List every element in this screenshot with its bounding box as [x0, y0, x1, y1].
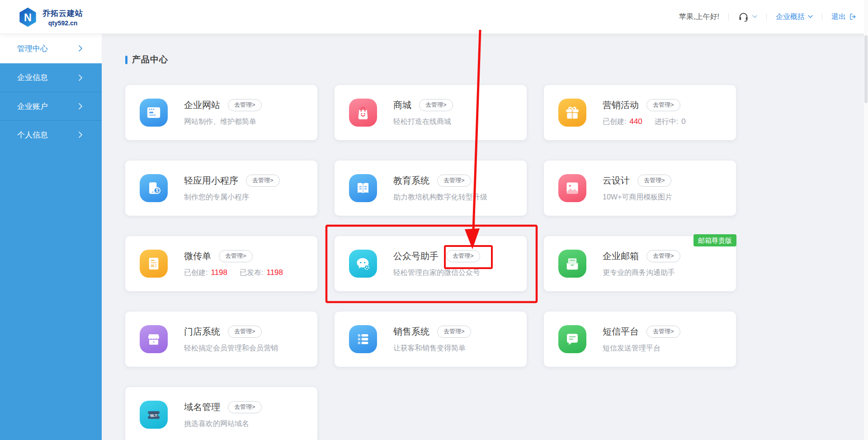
brand-name: 乔拓云建站 [42, 8, 83, 19]
design-icon [558, 174, 586, 202]
manage-button-flyer[interactable]: 去管理> [219, 250, 253, 262]
brand-logo[interactable]: N 乔拓云建站 qty592.cn [17, 6, 83, 28]
product-title: 短信平台 [603, 326, 639, 338]
chevron-down-icon [808, 15, 813, 19]
product-card-wechat-assistant[interactable]: 公众号助手去管理>轻松管理自家的微信公众号 [335, 236, 527, 291]
product-desc: 挑选喜欢的网站域名 [184, 419, 262, 429]
divider [728, 13, 729, 21]
manage-button-education[interactable]: 去管理> [437, 175, 471, 187]
product-card-store[interactable]: 门店系统去管理>轻松搞定会员管理和会员营销 [125, 312, 317, 367]
manage-button-sales[interactable]: 去管理> [437, 326, 471, 338]
product-card-flyer[interactable]: 微传单去管理>已创建:1198已发布:1198 [125, 236, 317, 291]
logout-label: 退出 [831, 12, 846, 22]
manage-button-mall[interactable]: 去管理> [419, 99, 453, 111]
manage-button-wechat-assistant[interactable]: 去管理> [446, 250, 480, 262]
flyer-icon [140, 250, 168, 278]
header: N 乔拓云建站 qty592.cn 苹果,上午好! [0, 0, 868, 33]
product-desc: 短信发送管理平台 [603, 344, 680, 353]
sidebar-item-enterprise-account[interactable]: 企业账户 [0, 92, 102, 120]
product-card-design[interactable]: 云设计去管理>10W+可商用模板图片 [544, 161, 736, 216]
headset-icon [738, 11, 749, 23]
product-title: 门店系统 [184, 326, 220, 338]
main-content: 产品中心 企业网站去管理>网站制作、维护都简单商城去管理>轻松打造在线商城营销活… [102, 33, 868, 440]
product-title: 轻应用小程序 [184, 175, 238, 187]
product-card-mall[interactable]: 商城去管理>轻松打造在线商城 [335, 85, 527, 140]
brand-logo-icon: N [17, 6, 38, 28]
website-icon [140, 99, 168, 127]
product-title: 域名管理 [184, 401, 220, 413]
product-card-domain[interactable]: w.=域名管理去管理>挑选喜欢的网站域名 [125, 387, 317, 440]
manage-button-store[interactable]: 去管理> [228, 326, 262, 338]
chevron-right-icon [78, 103, 83, 109]
sidebar-item-enterprise-info[interactable]: 企业信息 [0, 63, 102, 92]
brand-domain: qty592.cn [42, 19, 83, 27]
product-desc: 助力教培机构数字化转型升级 [393, 193, 487, 202]
store-icon [140, 325, 168, 353]
product-card-sales[interactable]: 销售系统去管理>让获客和销售变得简单 [335, 312, 527, 367]
manage-button-marketing[interactable]: 去管理> [646, 99, 680, 111]
logout-button[interactable]: 退出 [831, 12, 857, 22]
divider [766, 13, 767, 21]
product-card-education[interactable]: 教育系统去管理>助力教培机构数字化转型升级 [335, 161, 527, 216]
chevron-right-icon [78, 132, 83, 138]
product-desc: 10W+可商用模板图片 [603, 193, 672, 202]
sales-icon [349, 325, 377, 353]
product-card-sms[interactable]: 短信平台去管理>短信发送管理平台 [544, 312, 736, 367]
chevron-right-icon [78, 45, 83, 52]
enterprise-overview-menu[interactable]: 企业概括 [776, 12, 813, 22]
svg-text:N: N [24, 12, 32, 24]
product-stats: 已创建:440进行中:0 [603, 117, 698, 127]
sms-icon [558, 325, 586, 353]
product-card-miniprogram[interactable]: 轻应用小程序去管理>制作您的专属小程序 [125, 161, 317, 216]
product-title: 商城 [393, 99, 411, 111]
page-title: 产品中心 [125, 54, 868, 65]
education-icon [349, 174, 377, 202]
product-desc: 轻松管理自家的微信公众号 [393, 268, 480, 278]
user-greeting: 苹果,上午好! [679, 12, 719, 22]
product-stats: 已创建:1198已发布:1198 [184, 268, 295, 278]
product-desc: 轻松打造在线商城 [393, 117, 453, 127]
product-title: 企业邮箱 [603, 250, 639, 262]
mail-icon [558, 250, 586, 278]
support-menu[interactable] [738, 11, 757, 23]
scrollbar-track[interactable] [864, 0, 868, 440]
product-card-marketing[interactable]: 营销活动去管理>已创建:440进行中:0 [544, 85, 736, 140]
manage-button-miniprogram[interactable]: 去管理> [246, 175, 280, 187]
manage-button-website[interactable]: 去管理> [228, 99, 262, 111]
wechat-icon [349, 250, 377, 278]
product-card-website[interactable]: 企业网站去管理>网站制作、维护都简单 [125, 85, 317, 140]
title-accent-bar [125, 56, 127, 64]
divider [822, 13, 822, 21]
svg-text:w.=: w.= [150, 413, 157, 418]
manage-button-sms[interactable]: 去管理> [646, 326, 680, 338]
chevron-right-icon [78, 75, 83, 81]
manage-button-design[interactable]: 去管理> [637, 175, 671, 187]
sidebar-item-label: 个人信息 [17, 130, 48, 140]
sidebar-item-label: 企业账户 [17, 101, 48, 112]
chevron-down-icon [752, 15, 757, 19]
header-right: 苹果,上午好! 企业概括 [679, 0, 857, 33]
product-desc: 轻松搞定会员管理和会员营销 [184, 344, 278, 353]
mall-icon [349, 99, 377, 127]
gift-icon [558, 99, 586, 127]
product-title: 云设计 [603, 175, 630, 187]
product-desc: 制作您的专属小程序 [184, 193, 280, 202]
product-title: 微传单 [184, 250, 211, 262]
product-card-grid: 企业网站去管理>网站制作、维护都简单商城去管理>轻松打造在线商城营销活动去管理>… [125, 85, 868, 440]
app-root: N 乔拓云建站 qty592.cn 苹果,上午好! [0, 0, 868, 440]
scrollbar-thumb[interactable] [864, 35, 868, 103]
sidebar-item-personal-info[interactable]: 个人信息 [0, 120, 102, 149]
page-title-text: 产品中心 [132, 54, 168, 66]
product-desc: 网站制作、维护都简单 [184, 117, 262, 127]
domain-icon: w.= [140, 401, 168, 429]
sidebar-item-management-center[interactable]: 管理中心 [0, 33, 102, 63]
miniprogram-icon [140, 174, 168, 202]
product-title: 公众号助手 [393, 250, 439, 262]
sidebar-item-label: 企业信息 [17, 72, 48, 83]
manage-button-domain[interactable]: 去管理> [228, 401, 262, 413]
enterprise-overview-label: 企业概括 [776, 12, 805, 22]
manage-button-mail[interactable]: 去管理> [646, 250, 680, 262]
brand-text: 乔拓云建站 qty592.cn [42, 8, 83, 27]
product-title: 教育系统 [393, 175, 429, 187]
product-card-mail[interactable]: 邮箱尊贵版企业邮箱去管理>更专业的商务沟通助手 [544, 236, 736, 291]
